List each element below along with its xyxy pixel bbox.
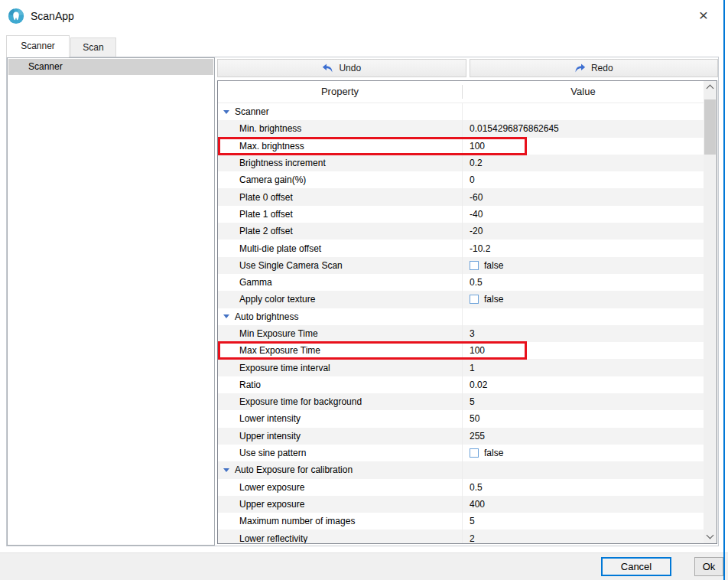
column-header-property[interactable]: Property [218,81,462,103]
property-name-cell: Lower reflectivity [218,529,462,543]
undo-redo-toolbar: Undo Redo [217,59,718,77]
property-row[interactable]: Min Exposure Time3 [218,325,704,342]
property-name-cell: Plate 1 offset [218,206,462,223]
property-name-cell: Auto brightness [218,308,462,325]
property-value-cell[interactable]: 0.2 [462,155,704,171]
property-name-cell: Camera gain(%) [218,171,462,188]
property-row[interactable]: Plate 0 offset-60 [218,188,704,205]
property-row[interactable]: Upper exposure400 [218,496,704,513]
property-row[interactable]: Exposure time for background5 [218,393,704,410]
redo-button[interactable]: Redo [470,59,719,77]
property-value-cell[interactable]: 0.5 [462,479,704,496]
list-item-scanner[interactable]: Scanner [8,59,213,75]
column-divider[interactable] [462,85,463,99]
property-name-cell: Use Single Camera Scan [218,257,462,274]
property-value-cell[interactable]: false [462,291,704,308]
property-name-cell: Lower exposure [218,479,462,496]
property-name-cell: Exposure time interval [218,359,462,376]
value-checkbox[interactable] [470,295,479,304]
scanapp-window: ScanApp × Scanner Scan Scanner Undo [0,0,728,580]
property-value-cell[interactable]: 0 [462,171,704,188]
vertical-scrollbar[interactable] [704,81,717,543]
property-value-cell[interactable]: 50 [462,410,704,427]
property-row[interactable]: Lower exposure0.5 [218,479,704,496]
property-row[interactable]: Max. brightness100 [218,138,704,155]
property-value-cell[interactable]: 0.0154296876862645 [462,120,704,137]
property-value-cell[interactable]: 0.5 [462,274,704,291]
property-name-cell: Auto Exposure for calibration [218,461,462,478]
scrollbar-thumb[interactable] [704,99,716,155]
undo-arrow-icon [322,64,333,73]
scroll-down-icon[interactable] [704,530,717,543]
grid-header: Property Value [218,81,704,103]
property-row[interactable]: Lower intensity50 [218,410,704,427]
cancel-button[interactable]: Cancel [601,557,671,576]
collapse-arrow-icon[interactable] [223,468,229,472]
property-name-cell: Scanner [218,103,462,120]
property-value-cell[interactable]: false [462,445,704,461]
property-value-cell[interactable]: 2 [462,529,704,543]
property-row[interactable]: Exposure time interval1 [218,359,704,376]
property-row[interactable]: Plate 1 offset-40 [218,206,704,223]
property-value-cell[interactable]: -10.2 [462,239,704,256]
property-row[interactable]: Upper intensity255 [218,428,704,445]
property-row[interactable]: Lower reflectivity2 [218,529,704,543]
property-row[interactable]: Max Exposure Time100 [218,342,704,359]
property-row[interactable]: Multi-die plate offset-10.2 [218,239,704,256]
property-value-cell[interactable]: 3 [462,325,704,342]
tab-scanner[interactable]: Scanner [6,35,70,57]
property-value-cell[interactable]: 5 [462,393,704,410]
app-logo-icon [8,8,24,24]
property-name-cell: Plate 2 offset [218,223,462,239]
property-value-cell[interactable]: 100 [462,342,704,359]
property-name-cell: Use sine pattern [218,445,462,461]
property-value-cell[interactable]: 255 [462,428,704,445]
property-row[interactable]: Maximum number of images5 [218,513,704,529]
property-row[interactable]: Gamma0.5 [218,274,704,291]
ok-button[interactable]: Ok [694,557,723,576]
close-icon[interactable]: × [691,4,716,27]
tab-scan[interactable]: Scan [70,37,116,57]
property-row[interactable]: Ratio0.02 [218,376,704,393]
property-name-cell: Plate 0 offset [218,188,462,205]
property-value-cell[interactable]: 400 [462,496,704,513]
property-row[interactable]: Min. brightness0.0154296876862645 [218,120,704,137]
group-row[interactable]: Auto brightness [218,308,704,325]
property-value-cell [462,461,704,478]
undo-button[interactable]: Undo [217,59,466,77]
property-value-cell[interactable]: 1 [462,359,704,376]
tab-page: Scanner Undo Redo Prop [6,57,719,546]
property-value-cell[interactable]: -60 [462,188,704,205]
property-value-cell[interactable]: 100 [462,138,704,155]
property-name-cell: Multi-die plate offset [218,239,462,256]
property-value-cell[interactable]: 5 [462,513,704,529]
property-row[interactable]: Camera gain(%)0 [218,171,704,188]
property-value-cell[interactable]: 0.02 [462,376,704,393]
value-checkbox[interactable] [470,261,479,270]
property-row[interactable]: Use Single Camera Scanfalse [218,257,704,274]
property-row[interactable]: Brightness increment0.2 [218,155,704,171]
property-row[interactable]: Use sine patternfalse [218,445,704,461]
property-row[interactable]: Plate 2 offset-20 [218,223,704,239]
redo-arrow-icon [574,64,586,73]
property-row[interactable]: Apply color texturefalse [218,291,704,308]
collapse-arrow-icon[interactable] [223,314,229,318]
property-name-cell: Min. brightness [218,120,462,137]
column-header-value[interactable]: Value [463,81,704,103]
property-name-cell: Maximum number of images [218,513,462,529]
property-value-cell[interactable]: false [462,257,704,274]
property-name-cell: Max. brightness [218,138,462,155]
property-grid: Property Value ScannerMin. brightness0.0… [217,80,717,544]
title-bar: ScanApp × [0,0,728,34]
value-checkbox[interactable] [470,448,479,458]
property-pane: Undo Redo Property Value ScannerMin. bri… [217,59,718,544]
group-row[interactable]: Auto Exposure for calibration [218,461,704,478]
footer-bar: Cancel Ok [0,552,728,580]
device-list-panel: Scanner [7,57,215,546]
scroll-up-icon[interactable] [704,81,717,94]
property-name-cell: Min Exposure Time [218,325,462,342]
collapse-arrow-icon[interactable] [223,110,229,114]
property-value-cell[interactable]: -40 [462,206,704,223]
property-value-cell[interactable]: -20 [462,223,704,239]
group-row[interactable]: Scanner [218,103,704,120]
